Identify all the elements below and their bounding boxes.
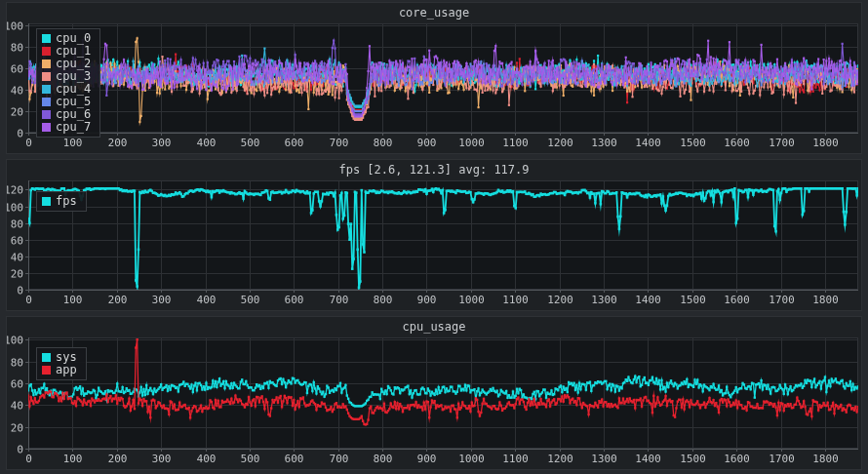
chart-canvas-core-usage — [7, 3, 861, 153]
legend-swatch-cpu_1 — [42, 47, 51, 56]
legend-swatch-cpu_5 — [42, 98, 51, 106]
legend-core-usage: cpu_0cpu_1cpu_2cpu_3cpu_4cpu_5cpu_6cpu_7 — [36, 28, 100, 138]
legend-swatch-cpu_3 — [42, 72, 51, 81]
legend-label-app: app — [56, 364, 77, 376]
chart-canvas-cpu-usage — [7, 317, 861, 469]
chart-panel-cpu-usage: cpu_usage sysapp — [6, 316, 862, 470]
legend-swatch-cpu_4 — [42, 85, 51, 94]
legend-swatch-fps — [42, 197, 51, 206]
legend-swatch-cpu_6 — [42, 110, 51, 119]
chart-panel-core-usage: core_usage cpu_0cpu_1cpu_2cpu_3cpu_4cpu_… — [6, 2, 862, 154]
chart-canvas-fps — [7, 160, 861, 310]
legend-item-fps: fps — [42, 195, 77, 208]
legend-swatch-app — [42, 366, 51, 375]
legend-label-fps: fps — [56, 195, 77, 208]
legend-item-cpu_7: cpu_7 — [42, 121, 91, 134]
legend-swatch-cpu_7 — [42, 123, 51, 132]
legend-swatch-cpu_2 — [42, 59, 51, 68]
legend-fps: fps — [36, 191, 87, 212]
legend-cpu-usage: sysapp — [36, 347, 87, 380]
monitoring-dashboard: core_usage cpu_0cpu_1cpu_2cpu_3cpu_4cpu_… — [0, 0, 868, 474]
legend-swatch-cpu_0 — [42, 34, 51, 43]
legend-swatch-sys — [42, 353, 51, 362]
chart-panel-fps: fps [2.6, 121.3] avg: 117.9 fps — [6, 159, 862, 311]
legend-item-app: app — [42, 364, 77, 376]
legend-label-cpu_7: cpu_7 — [56, 121, 91, 134]
